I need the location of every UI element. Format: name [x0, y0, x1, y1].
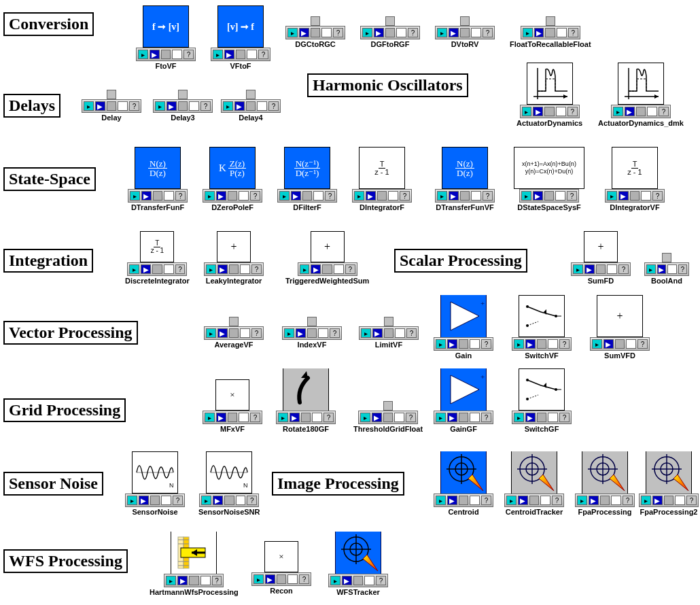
block-gain[interactable]: ▸▶? Gain: [434, 295, 493, 360]
tb-in-icon[interactable]: ▸: [523, 28, 533, 37]
toolbar[interactable]: ▸▶?: [512, 337, 572, 351]
tb-help-icon[interactable]: ?: [330, 328, 340, 338]
tb-in-icon[interactable]: ▸: [284, 328, 294, 338]
tb-stop-icon[interactable]: [153, 191, 163, 201]
block-dintegratorvf[interactable]: Tz - 1 ▸▶? DIntegratorVF: [605, 147, 665, 211]
block-leakyint[interactable]: + ▸▶? LeakyIntegrator: [204, 231, 264, 285]
tb-play-icon[interactable]: ▶: [374, 28, 384, 37]
tb-help-icon[interactable]: ?: [568, 28, 578, 37]
tb-stop-icon[interactable]: [377, 191, 387, 201]
tb-blank-icon[interactable]: [667, 264, 677, 274]
block-floattorec[interactable]: ▸▶? FloatToRecallableFloat: [510, 16, 591, 48]
tb-help-icon[interactable]: ?: [247, 496, 257, 505]
tb-play-icon[interactable]: ▶: [366, 191, 376, 201]
tb-stop-icon[interactable]: [150, 496, 160, 505]
toolbar[interactable]: ▸▶?: [328, 574, 388, 587]
block-indexvf[interactable]: ▸▶? IndexVF: [282, 317, 342, 349]
tb-help-icon[interactable]: ?: [250, 191, 260, 201]
tb-stop-icon[interactable]: [161, 50, 171, 59]
tb-help-icon[interactable]: ?: [175, 191, 186, 201]
block-threshgf[interactable]: ▸▶? ThresholdGridFloat: [353, 401, 423, 433]
tb-in-icon[interactable]: ▸: [506, 496, 517, 505]
block-delay[interactable]: ▸▶? Delay: [82, 90, 141, 122]
tb-stop-icon[interactable]: [537, 339, 547, 349]
tb-play-icon[interactable]: ▶: [589, 496, 599, 505]
block-centroid[interactable]: ▸▶? Centroid: [434, 451, 493, 516]
toolbar[interactable]: ▸▶?: [298, 262, 357, 276]
tb-help-icon[interactable]: ?: [686, 496, 697, 505]
tb-blank-icon[interactable]: [641, 191, 651, 201]
block-averagevf[interactable]: ▸▶? AverageVF: [204, 317, 264, 349]
tb-play-icon[interactable]: ▶: [584, 264, 595, 274]
block-dstatespace[interactable]: x(n+1)=Ax(n)+Bu(n)y(n)=Cx(n)+Du(n) ▸▶? D…: [514, 147, 584, 211]
toolbar[interactable]: ▸▶?: [221, 99, 281, 113]
toolbar[interactable]: ▸▶?: [204, 326, 264, 340]
tb-blank-icon[interactable]: [257, 101, 267, 111]
tb-in-icon[interactable]: ▸: [205, 191, 215, 201]
tb-help-icon[interactable]: ?: [567, 107, 578, 116]
block-delay3[interactable]: ▸▶? Delay3: [153, 90, 213, 122]
block-sensornoisesnr[interactable]: ▸▶? SensorNoiseSNR: [198, 451, 260, 516]
tb-stop-icon[interactable]: [224, 496, 234, 505]
tb-play-icon[interactable]: ▶: [449, 28, 459, 37]
tb-in-icon[interactable]: ▸: [577, 496, 587, 505]
toolbar[interactable]: ▸▶?: [434, 411, 493, 424]
toolbar[interactable]: ▸▶?: [128, 189, 188, 203]
tb-help-icon[interactable]: ?: [483, 191, 493, 201]
block-sumfd[interactable]: + ▸▶? SumFD: [571, 231, 631, 285]
tb-help-icon[interactable]: ?: [333, 28, 343, 37]
block-sensornoise[interactable]: ▸▶? SensorNoise: [125, 451, 185, 516]
tb-play-icon[interactable]: ▶: [213, 496, 223, 505]
toolbar[interactable]: ▸▶?: [504, 494, 564, 507]
tb-help-icon[interactable]: ?: [323, 413, 334, 422]
tb-blank-icon[interactable]: [548, 413, 558, 422]
toolbar[interactable]: ▸▶?: [435, 189, 495, 203]
toolbar[interactable]: ▸▶?: [204, 262, 264, 276]
tb-stop-icon[interactable]: [600, 496, 610, 505]
toolbar[interactable]: ▸▶?: [277, 189, 337, 203]
tb-help-icon[interactable]: ?: [652, 191, 663, 201]
toolbar[interactable]: ▸▶?: [82, 99, 141, 113]
tb-play-icon[interactable]: ▶: [447, 496, 457, 505]
tb-blank-icon[interactable]: [189, 101, 199, 111]
tb-in-icon[interactable]: ▸: [592, 339, 602, 349]
block-dintegratorf[interactable]: Tz - 1 ▸▶? DIntegratorF: [352, 147, 412, 211]
tb-play-icon[interactable]: ▶: [216, 413, 226, 422]
tb-in-icon[interactable]: ▸: [278, 413, 288, 422]
tb-stop-icon[interactable]: [302, 191, 313, 201]
tb-play-icon[interactable]: ▶: [217, 264, 228, 274]
tb-blank-icon[interactable]: [540, 496, 550, 505]
tb-blank-icon[interactable]: [471, 191, 481, 201]
tb-in-icon[interactable]: ▸: [223, 101, 233, 111]
tb-blank-icon[interactable]: [394, 413, 404, 422]
toolbar[interactable]: ▸▶?: [153, 99, 213, 113]
tb-blank-icon[interactable]: [548, 339, 558, 349]
tb-in-icon[interactable]: ▸: [514, 413, 524, 422]
tb-blank-icon[interactable]: [164, 264, 174, 274]
tb-in-icon[interactable]: ▸: [521, 191, 531, 201]
tb-blank-icon[interactable]: [318, 328, 328, 338]
tb-play-icon[interactable]: ▶: [525, 339, 536, 349]
toolbar[interactable]: ▸▶?: [519, 189, 579, 203]
block-ftovf[interactable]: f ➞ [v] ▸ ▶ ? FtoVF: [136, 5, 196, 70]
tb-stop-icon[interactable]: [301, 413, 311, 422]
tb-blank-icon[interactable]: [396, 28, 406, 37]
tb-in-icon[interactable]: ▸: [205, 413, 215, 422]
block-discreteint[interactable]: Tz - 1 ▸▶? DiscreteIntegrator: [125, 231, 190, 285]
tb-in-icon[interactable]: ▸: [155, 101, 165, 111]
tb-help-icon[interactable]: ?: [483, 28, 493, 37]
tb-in-icon[interactable]: ▸: [127, 496, 137, 505]
block-limitvf[interactable]: ▸▶? LimitVF: [359, 317, 419, 349]
block-recon[interactable]: × ▸▶? Recon: [251, 541, 311, 595]
tb-stop-icon[interactable]: [385, 28, 396, 37]
tb-help-icon[interactable]: ?: [481, 413, 491, 422]
tb-help-icon[interactable]: ?: [408, 28, 418, 37]
tb-help-icon[interactable]: ?: [659, 107, 669, 116]
tb-in-icon[interactable]: ▸: [84, 101, 94, 111]
tb-in-icon[interactable]: ▸: [437, 28, 447, 37]
tb-help-icon[interactable]: ?: [251, 264, 262, 274]
tb-in-icon[interactable]: ▸: [436, 413, 446, 422]
tb-stop-icon[interactable]: [307, 328, 317, 338]
block-actdyndmk[interactable]: ▸▶? ActuatorDynamics_dmk: [598, 63, 684, 127]
toolbar[interactable]: ▸▶?: [644, 262, 689, 276]
